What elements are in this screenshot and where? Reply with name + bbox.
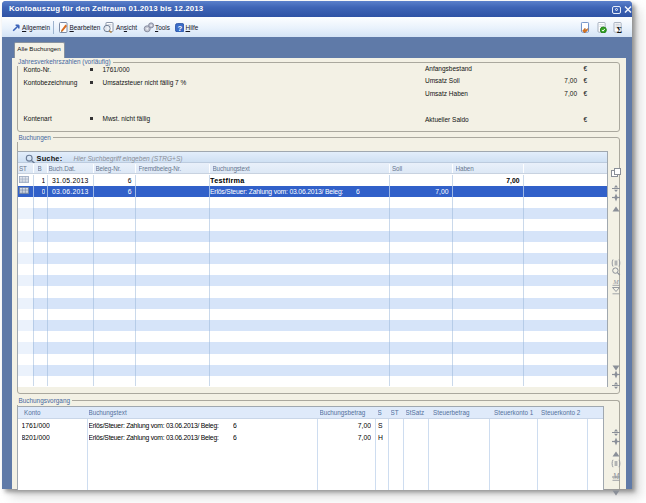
svg-text:Σ: Σ — [617, 25, 622, 33]
svg-text:?: ? — [177, 23, 182, 32]
svg-text:M: M — [612, 472, 620, 481]
